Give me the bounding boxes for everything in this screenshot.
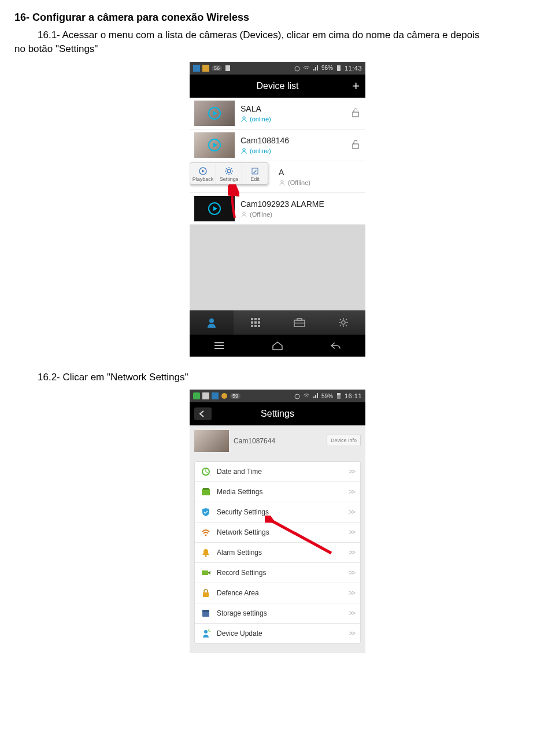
home-softkey[interactable]: [266, 340, 289, 351]
chevron-icon: >>: [349, 609, 354, 617]
settings-item-record[interactable]: Record Settings >>: [195, 563, 360, 583]
device-thumbnail: [194, 101, 235, 126]
title-text: Device list: [257, 81, 299, 91]
edit-icon: [250, 166, 260, 176]
edit-label: Edit: [250, 176, 260, 182]
menu-softkey[interactable]: [208, 340, 231, 351]
device-name: Cam1088146: [240, 136, 361, 145]
section-16-heading: 16- Configurar a câmera para conexão Wir…: [14, 12, 541, 24]
device-thumbnail: [194, 132, 235, 158]
settings-label: Settings: [220, 176, 239, 182]
playback-icon: [198, 166, 208, 176]
settings-list: Date and Time >> Media Settings >> Secur…: [194, 461, 361, 644]
person-filled-icon: [206, 317, 217, 328]
svg-line-42: [340, 325, 341, 326]
svg-rect-26: [251, 321, 253, 324]
device-item-cam1088146[interactable]: Cam1088146 (online): [190, 129, 365, 161]
shield-icon: [201, 507, 211, 517]
settings-item-network[interactable]: Network Settings >>: [195, 522, 360, 543]
add-device-button[interactable]: +: [352, 79, 360, 94]
settings-item-alarm[interactable]: Alarm Settings >>: [195, 543, 360, 563]
title-bar: Settings: [190, 402, 365, 425]
back-button[interactable]: [194, 407, 212, 420]
svg-line-40: [340, 319, 341, 320]
step-16-2-text: 16.2- Clicar em "Network Settings": [14, 370, 541, 384]
svg-rect-63: [202, 610, 209, 612]
svg-point-22: [209, 318, 214, 323]
svg-rect-4: [337, 65, 341, 71]
settings-item-label: Storage settings: [217, 609, 267, 617]
svg-rect-49: [212, 392, 219, 399]
screenshot-device-list: 56 96% 11:43 Device list + SALA (online): [190, 62, 365, 357]
person-icon: [240, 211, 247, 218]
device-thumbnail: [194, 196, 235, 221]
alarm-icon: [294, 65, 301, 72]
device-status: (Offline): [279, 179, 361, 186]
settings-item-update[interactable]: Device Update >>: [195, 624, 360, 643]
svg-rect-31: [258, 325, 260, 327]
svg-point-7: [243, 148, 245, 150]
device-info-button[interactable]: Device Info: [327, 435, 361, 446]
device-item-cam1092923[interactable]: Cam1092923 ALARME (Offline): [190, 193, 365, 225]
person-icon: [279, 179, 286, 186]
device-status-text: (online): [250, 116, 271, 123]
playback-button[interactable]: Playback: [190, 163, 216, 184]
chevron-icon: >>: [349, 508, 354, 516]
svg-rect-48: [202, 392, 209, 399]
device-status: (Offline): [240, 211, 361, 218]
chevron-icon: >>: [349, 488, 354, 496]
android-nav-bar: [190, 335, 365, 357]
nav-devices[interactable]: [190, 310, 234, 335]
svg-rect-2: [225, 65, 230, 71]
playback-label: Playback: [193, 176, 214, 182]
svg-point-12: [227, 169, 231, 173]
settings-item-storage[interactable]: Storage settings >>: [195, 603, 360, 624]
camera-thumbnail: [194, 430, 229, 452]
svg-rect-23: [251, 318, 253, 320]
edit-button[interactable]: Edit: [242, 163, 268, 184]
signal-icon: [312, 65, 319, 72]
svg-point-64: [204, 630, 208, 633]
title-bar: Device list +: [190, 75, 365, 98]
svg-point-10: [243, 212, 245, 214]
svg-point-58: [205, 535, 207, 536]
settings-item-security[interactable]: Security Settings >>: [195, 502, 360, 522]
back-arrow-icon: [199, 410, 207, 417]
svg-line-20: [231, 168, 232, 169]
settings-item-label: Date and Time: [217, 468, 262, 476]
menu-icon: [213, 342, 225, 350]
nav-toolbox[interactable]: [278, 310, 321, 335]
settings-item-defence[interactable]: Defence Area >>: [195, 583, 360, 603]
gear-icon: [224, 166, 234, 176]
home-icon: [272, 341, 283, 350]
step-16-1-line2: no botão "Settings": [14, 43, 98, 54]
app-icon-2: [202, 392, 209, 399]
svg-rect-60: [202, 570, 208, 575]
svg-rect-8: [353, 144, 358, 149]
svg-point-3: [295, 66, 299, 71]
device-item-sala[interactable]: SALA (online): [190, 98, 365, 129]
battery-percent: 59%: [321, 393, 333, 399]
person-icon: [240, 147, 247, 154]
svg-rect-61: [203, 592, 209, 597]
play-icon: [208, 139, 221, 151]
svg-rect-53: [337, 395, 341, 399]
status-bar: 59 59% 16:11: [190, 390, 365, 402]
device-status-text: (Offline): [288, 179, 310, 186]
settings-button[interactable]: Settings: [216, 163, 242, 184]
settings-item-label: Record Settings: [217, 569, 266, 577]
settings-item-media[interactable]: Media Settings >>: [195, 482, 360, 502]
device-status: (online): [240, 116, 361, 123]
svg-rect-24: [254, 318, 257, 320]
clock-time: 11:43: [345, 65, 362, 72]
back-softkey[interactable]: [324, 340, 347, 351]
briefcase-icon: [293, 317, 306, 328]
settings-item-datetime[interactable]: Date and Time >>: [195, 462, 360, 482]
chevron-icon: >>: [349, 528, 354, 536]
settings-item-label: Network Settings: [217, 528, 269, 536]
svg-point-50: [221, 393, 227, 399]
grid-icon: [250, 317, 261, 328]
svg-rect-57: [203, 488, 209, 490]
nav-settings[interactable]: [321, 310, 365, 335]
nav-grid[interactable]: [234, 310, 278, 335]
